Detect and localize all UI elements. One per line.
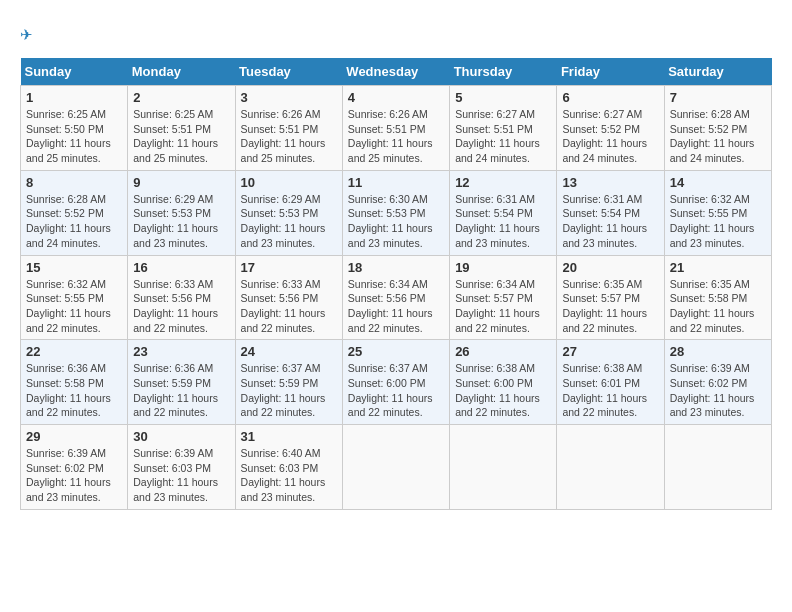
week-row-2: 8Sunrise: 6:28 AM Sunset: 5:52 PM Daylig… — [21, 170, 772, 255]
column-header-sunday: Sunday — [21, 58, 128, 86]
day-detail: Sunrise: 6:35 AM Sunset: 5:57 PM Dayligh… — [562, 277, 658, 336]
day-cell: 14Sunrise: 6:32 AM Sunset: 5:55 PM Dayli… — [664, 170, 771, 255]
day-number: 25 — [348, 344, 444, 359]
day-number: 15 — [26, 260, 122, 275]
day-cell — [342, 425, 449, 510]
day-cell — [557, 425, 664, 510]
day-detail: Sunrise: 6:34 AM Sunset: 5:56 PM Dayligh… — [348, 277, 444, 336]
day-cell: 28Sunrise: 6:39 AM Sunset: 6:02 PM Dayli… — [664, 340, 771, 425]
day-number: 13 — [562, 175, 658, 190]
day-detail: Sunrise: 6:37 AM Sunset: 6:00 PM Dayligh… — [348, 361, 444, 420]
day-detail: Sunrise: 6:37 AM Sunset: 5:59 PM Dayligh… — [241, 361, 337, 420]
day-cell: 19Sunrise: 6:34 AM Sunset: 5:57 PM Dayli… — [450, 255, 557, 340]
day-cell: 16Sunrise: 6:33 AM Sunset: 5:56 PM Dayli… — [128, 255, 235, 340]
day-detail: Sunrise: 6:33 AM Sunset: 5:56 PM Dayligh… — [133, 277, 229, 336]
day-number: 30 — [133, 429, 229, 444]
day-detail: Sunrise: 6:39 AM Sunset: 6:03 PM Dayligh… — [133, 446, 229, 505]
day-detail: Sunrise: 6:36 AM Sunset: 5:58 PM Dayligh… — [26, 361, 122, 420]
day-cell — [664, 425, 771, 510]
day-detail: Sunrise: 6:27 AM Sunset: 5:51 PM Dayligh… — [455, 107, 551, 166]
column-header-friday: Friday — [557, 58, 664, 86]
day-cell — [450, 425, 557, 510]
day-cell: 27Sunrise: 6:38 AM Sunset: 6:01 PM Dayli… — [557, 340, 664, 425]
page-header: ✈ — [20, 20, 772, 48]
day-number: 21 — [670, 260, 766, 275]
day-number: 10 — [241, 175, 337, 190]
day-detail: Sunrise: 6:32 AM Sunset: 5:55 PM Dayligh… — [26, 277, 122, 336]
day-cell: 8Sunrise: 6:28 AM Sunset: 5:52 PM Daylig… — [21, 170, 128, 255]
day-number: 27 — [562, 344, 658, 359]
day-detail: Sunrise: 6:29 AM Sunset: 5:53 PM Dayligh… — [241, 192, 337, 251]
week-row-5: 29Sunrise: 6:39 AM Sunset: 6:02 PM Dayli… — [21, 425, 772, 510]
day-cell: 22Sunrise: 6:36 AM Sunset: 5:58 PM Dayli… — [21, 340, 128, 425]
day-detail: Sunrise: 6:33 AM Sunset: 5:56 PM Dayligh… — [241, 277, 337, 336]
column-header-tuesday: Tuesday — [235, 58, 342, 86]
day-detail: Sunrise: 6:38 AM Sunset: 6:01 PM Dayligh… — [562, 361, 658, 420]
column-header-wednesday: Wednesday — [342, 58, 449, 86]
day-number: 6 — [562, 90, 658, 105]
day-number: 29 — [26, 429, 122, 444]
day-cell: 31Sunrise: 6:40 AM Sunset: 6:03 PM Dayli… — [235, 425, 342, 510]
day-cell: 24Sunrise: 6:37 AM Sunset: 5:59 PM Dayli… — [235, 340, 342, 425]
day-cell: 17Sunrise: 6:33 AM Sunset: 5:56 PM Dayli… — [235, 255, 342, 340]
day-detail: Sunrise: 6:28 AM Sunset: 5:52 PM Dayligh… — [670, 107, 766, 166]
day-detail: Sunrise: 6:29 AM Sunset: 5:53 PM Dayligh… — [133, 192, 229, 251]
day-cell: 1Sunrise: 6:25 AM Sunset: 5:50 PM Daylig… — [21, 86, 128, 171]
logo-icon: ✈ — [20, 20, 48, 48]
day-number: 23 — [133, 344, 229, 359]
day-number: 4 — [348, 90, 444, 105]
day-detail: Sunrise: 6:28 AM Sunset: 5:52 PM Dayligh… — [26, 192, 122, 251]
day-detail: Sunrise: 6:34 AM Sunset: 5:57 PM Dayligh… — [455, 277, 551, 336]
day-number: 17 — [241, 260, 337, 275]
day-cell: 15Sunrise: 6:32 AM Sunset: 5:55 PM Dayli… — [21, 255, 128, 340]
day-detail: Sunrise: 6:32 AM Sunset: 5:55 PM Dayligh… — [670, 192, 766, 251]
day-cell: 12Sunrise: 6:31 AM Sunset: 5:54 PM Dayli… — [450, 170, 557, 255]
day-detail: Sunrise: 6:27 AM Sunset: 5:52 PM Dayligh… — [562, 107, 658, 166]
day-cell: 9Sunrise: 6:29 AM Sunset: 5:53 PM Daylig… — [128, 170, 235, 255]
day-number: 8 — [26, 175, 122, 190]
day-detail: Sunrise: 6:38 AM Sunset: 6:00 PM Dayligh… — [455, 361, 551, 420]
day-cell: 26Sunrise: 6:38 AM Sunset: 6:00 PM Dayli… — [450, 340, 557, 425]
calendar-body: 1Sunrise: 6:25 AM Sunset: 5:50 PM Daylig… — [21, 86, 772, 510]
day-cell: 7Sunrise: 6:28 AM Sunset: 5:52 PM Daylig… — [664, 86, 771, 171]
day-detail: Sunrise: 6:39 AM Sunset: 6:02 PM Dayligh… — [26, 446, 122, 505]
calendar-table: SundayMondayTuesdayWednesdayThursdayFrid… — [20, 58, 772, 510]
day-cell: 6Sunrise: 6:27 AM Sunset: 5:52 PM Daylig… — [557, 86, 664, 171]
column-header-monday: Monday — [128, 58, 235, 86]
day-number: 31 — [241, 429, 337, 444]
week-row-1: 1Sunrise: 6:25 AM Sunset: 5:50 PM Daylig… — [21, 86, 772, 171]
day-number: 22 — [26, 344, 122, 359]
day-cell: 25Sunrise: 6:37 AM Sunset: 6:00 PM Dayli… — [342, 340, 449, 425]
day-number: 26 — [455, 344, 551, 359]
day-number: 9 — [133, 175, 229, 190]
day-detail: Sunrise: 6:31 AM Sunset: 5:54 PM Dayligh… — [562, 192, 658, 251]
day-cell: 11Sunrise: 6:30 AM Sunset: 5:53 PM Dayli… — [342, 170, 449, 255]
day-detail: Sunrise: 6:36 AM Sunset: 5:59 PM Dayligh… — [133, 361, 229, 420]
day-number: 11 — [348, 175, 444, 190]
day-detail: Sunrise: 6:31 AM Sunset: 5:54 PM Dayligh… — [455, 192, 551, 251]
day-number: 14 — [670, 175, 766, 190]
week-row-3: 15Sunrise: 6:32 AM Sunset: 5:55 PM Dayli… — [21, 255, 772, 340]
day-number: 24 — [241, 344, 337, 359]
day-detail: Sunrise: 6:25 AM Sunset: 5:50 PM Dayligh… — [26, 107, 122, 166]
day-number: 5 — [455, 90, 551, 105]
day-number: 7 — [670, 90, 766, 105]
day-number: 16 — [133, 260, 229, 275]
day-number: 28 — [670, 344, 766, 359]
day-cell: 5Sunrise: 6:27 AM Sunset: 5:51 PM Daylig… — [450, 86, 557, 171]
day-detail: Sunrise: 6:26 AM Sunset: 5:51 PM Dayligh… — [348, 107, 444, 166]
day-detail: Sunrise: 6:26 AM Sunset: 5:51 PM Dayligh… — [241, 107, 337, 166]
day-number: 20 — [562, 260, 658, 275]
day-number: 12 — [455, 175, 551, 190]
logo: ✈ — [20, 20, 52, 48]
day-number: 18 — [348, 260, 444, 275]
day-cell: 30Sunrise: 6:39 AM Sunset: 6:03 PM Dayli… — [128, 425, 235, 510]
day-cell: 13Sunrise: 6:31 AM Sunset: 5:54 PM Dayli… — [557, 170, 664, 255]
day-detail: Sunrise: 6:39 AM Sunset: 6:02 PM Dayligh… — [670, 361, 766, 420]
calendar-header-row: SundayMondayTuesdayWednesdayThursdayFrid… — [21, 58, 772, 86]
day-detail: Sunrise: 6:40 AM Sunset: 6:03 PM Dayligh… — [241, 446, 337, 505]
day-detail: Sunrise: 6:35 AM Sunset: 5:58 PM Dayligh… — [670, 277, 766, 336]
day-cell: 18Sunrise: 6:34 AM Sunset: 5:56 PM Dayli… — [342, 255, 449, 340]
column-header-saturday: Saturday — [664, 58, 771, 86]
day-detail: Sunrise: 6:25 AM Sunset: 5:51 PM Dayligh… — [133, 107, 229, 166]
